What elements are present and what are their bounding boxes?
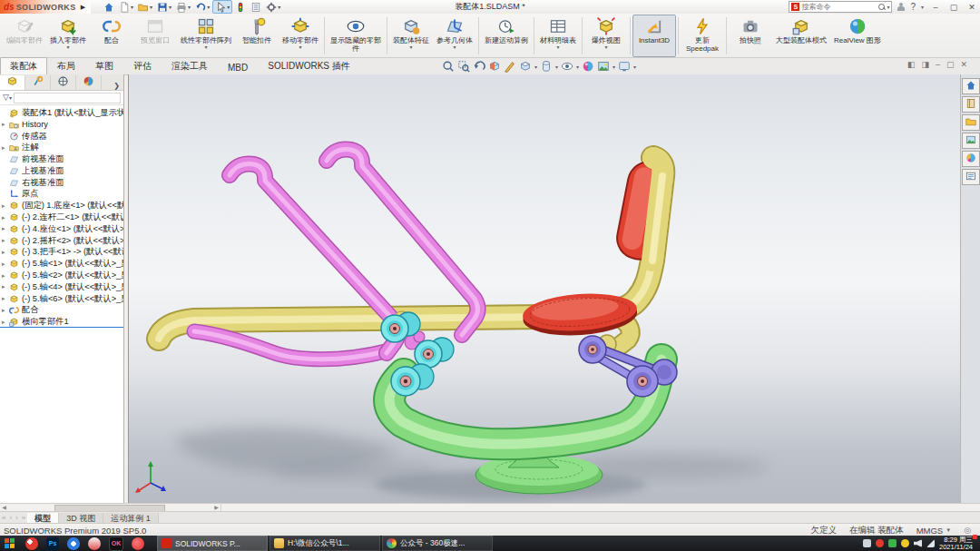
ribbon-button-exploded-view[interactable]: 爆炸视图▾ <box>584 15 628 57</box>
tab-装配体[interactable]: 装配体 <box>0 57 47 74</box>
ribbon-button-linear-pattern[interactable]: 线性零部件阵列▾ <box>177 15 235 57</box>
ribbon-button-snapshot[interactable]: 拍快照 <box>729 15 772 57</box>
expand-arrow-icon[interactable]: ▸ <box>2 237 9 244</box>
dropdown-caret-icon[interactable]: ▾ <box>555 64 558 70</box>
dropdown-caret-icon[interactable]: ▾ <box>204 44 207 50</box>
tree-item[interactable]: ▸(-) 5.轴<4> (默认<<默认>_显示状 <box>0 281 123 293</box>
dropdown-caret-icon[interactable]: ▾ <box>66 44 69 50</box>
music-app-icon[interactable] <box>132 537 144 550</box>
ribbon-button-show-hidden[interactable]: 显示隐藏的零部件 <box>327 15 385 57</box>
dropdown-caret-icon[interactable]: ▾ <box>633 64 636 70</box>
dropdown-caret-icon[interactable]: ▾ <box>534 64 537 70</box>
energy-icon[interactable] <box>901 539 909 547</box>
ribbon-button-move-component[interactable]: 移动零部件▾ <box>279 15 322 57</box>
scroll-left-arrow-icon[interactable]: ◀ <box>0 504 8 511</box>
tree-item[interactable]: ▸(-) 3.把手<1> -> (默认<<默认>_显 <box>0 247 123 259</box>
dropdown-caret-icon[interactable]: ▾ <box>604 44 607 50</box>
dropdown-caret-icon[interactable]: ▾ <box>409 44 412 50</box>
red-app-icon[interactable] <box>25 537 38 550</box>
dropdown-caret-icon[interactable]: ▾ <box>188 4 191 10</box>
ribbon-button-instant3d[interactable]: Instant3D <box>632 15 676 57</box>
menu-expand-arrow-icon[interactable]: ▶ <box>81 4 85 11</box>
select-cursor-button[interactable]: ▾ <box>212 0 232 14</box>
expand-arrow-icon[interactable]: ▸ <box>2 295 9 302</box>
ribbon-button-mate[interactable]: 配合 <box>90 15 133 57</box>
expand-arrow-icon[interactable]: ▸ <box>2 121 9 128</box>
task-pane-view-palette[interactable] <box>962 133 980 149</box>
tab-configuration-manager[interactable] <box>51 75 76 90</box>
restore-button[interactable]: ▢ <box>946 60 955 69</box>
new-document-button[interactable]: ▾ <box>117 1 135 13</box>
taskbar-window-solidworks[interactable]: SOLIDWORKS P... <box>157 536 268 551</box>
taskbar-window-item[interactable]: 公众号 - 360极速... <box>382 536 493 551</box>
tree-item[interactable]: 传感器 <box>0 131 123 143</box>
scroll-right-arrow-icon[interactable]: ▶ <box>212 504 220 511</box>
expand-arrow-icon[interactable]: ▸ <box>2 283 9 290</box>
expand-arrow-icon[interactable]: ▸ <box>2 249 9 256</box>
doc-tab-运动算例 1[interactable]: 运动算例 1 <box>103 513 159 524</box>
dropdown-caret-icon[interactable]: ▾ <box>453 44 456 50</box>
tree-item[interactable]: 右视基准面 <box>0 177 123 189</box>
tree-item[interactable]: 上视基准面 <box>0 165 123 177</box>
expand-arrow-icon[interactable]: ▸ <box>2 202 9 210</box>
help-dropdown-icon[interactable]: ▾ <box>921 4 924 10</box>
ime-icon[interactable] <box>863 539 871 547</box>
ribbon-button-realview[interactable]: RealView 图形 <box>830 15 885 57</box>
security-icon[interactable] <box>888 539 897 547</box>
graphics-viewport[interactable] <box>128 74 961 503</box>
task-pane-custom-properties[interactable] <box>962 169 980 185</box>
panel-expand-icon[interactable]: ❯ <box>110 82 123 90</box>
tab-草图[interactable]: 草图 <box>85 57 123 74</box>
search-icon[interactable] <box>877 3 887 12</box>
ribbon-button-assembly-features[interactable]: 装配体特征▾ <box>389 15 433 57</box>
home-button[interactable] <box>102 1 116 13</box>
ribbon-button-insert-component[interactable]: 插入零部件▾ <box>46 15 90 57</box>
close-button[interactable]: ✕ <box>960 60 967 69</box>
dropdown-caret-icon[interactable]: ▾ <box>576 64 579 70</box>
doc-tab-模型[interactable]: 模型 <box>27 513 59 524</box>
tree-item[interactable]: ▸(-) 2.连杆二<1> (默认<<默认>_显 <box>0 212 123 223</box>
minimize-button[interactable]: – <box>929 3 942 12</box>
tree-item[interactable]: ▸History <box>0 119 123 131</box>
tab-feature-manager[interactable] <box>0 75 25 90</box>
pane-right-button[interactable]: ◨ <box>921 60 929 69</box>
model-canvas[interactable] <box>129 74 961 503</box>
save-button[interactable]: ▾ <box>155 1 173 13</box>
undo-button[interactable]: ▾ <box>193 1 211 13</box>
tab-SOLIDWORKS 插件[interactable]: SOLIDWORKS 插件 <box>258 57 360 74</box>
tree-item[interactable]: 装配体1 (默认<默认_显示状态-1>) <box>0 107 123 119</box>
tree-item[interactable]: ▸(固定) 1.底座<1> (默认<<默认>_显 <box>0 200 123 212</box>
search-input[interactable] <box>799 2 877 12</box>
filter-input[interactable] <box>14 93 121 103</box>
dropdown-caret-icon[interactable]: ▾ <box>299 44 301 50</box>
expand-arrow-icon[interactable]: ▸ <box>2 261 9 268</box>
red-tool-app-icon[interactable] <box>88 537 101 550</box>
search-dropdown-icon[interactable]: ▾ <box>887 4 889 10</box>
tab-scroll-button[interactable]: › <box>14 514 20 522</box>
units-selector[interactable]: MMGS ▼ <box>916 526 952 536</box>
taskbar-clock[interactable]: 8:29 周三 2021/11/24 <box>939 536 976 551</box>
tab-scroll-button[interactable]: « <box>0 514 7 522</box>
login-user-icon[interactable] <box>897 3 905 11</box>
tag-icon[interactable]: ◎ <box>964 526 971 535</box>
tab-scroll-button[interactable]: ‹ <box>7 514 14 522</box>
options-gear-button[interactable]: ▾ <box>264 1 282 13</box>
close-button[interactable]: ✕ <box>965 3 978 12</box>
ribbon-button-reference-geometry[interactable]: 参考几何体▾ <box>433 15 476 57</box>
dropdown-caret-icon[interactable]: ▾ <box>169 4 172 10</box>
zoom-to-fit-icon[interactable] <box>442 60 455 73</box>
tab-property-manager[interactable] <box>25 75 51 90</box>
tree-item[interactable]: 原点 <box>0 189 123 201</box>
expand-arrow-icon[interactable]: ▸ <box>2 272 9 280</box>
doc-tab-3D 视图[interactable]: 3D 视图 <box>59 513 103 524</box>
expand-arrow-icon[interactable]: ▸ <box>2 144 9 152</box>
edit-appearance-icon[interactable] <box>582 60 594 73</box>
task-pane-home[interactable] <box>962 78 980 94</box>
expand-arrow-icon[interactable]: ▸ <box>2 307 9 314</box>
section-view-icon[interactable] <box>488 60 501 73</box>
ribbon-button-large-assembly[interactable]: 大型装配体模式 <box>772 15 830 57</box>
dropdown-caret-icon[interactable]: ▾ <box>556 44 559 50</box>
tree-item[interactable]: ▸(-) 5.轴<1> (默认<<默认>_显示状 <box>0 258 123 270</box>
ok-app-icon[interactable]: OK <box>109 536 123 551</box>
tab-渲染工具[interactable]: 渲染工具 <box>162 57 218 74</box>
